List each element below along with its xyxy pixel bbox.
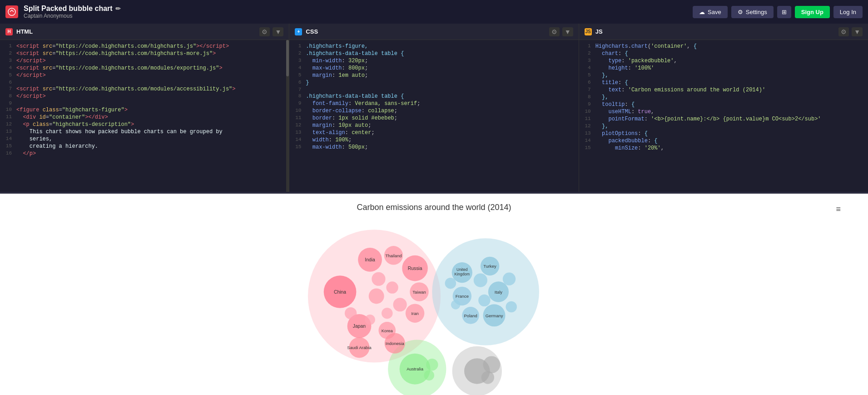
code-line: 15 max-width: 500px; — [289, 144, 578, 151]
code-line: 1.highcharts-figure, — [289, 43, 578, 50]
code-line: 7<script src="https://code.highcharts.co… — [0, 85, 289, 93]
russia-label: Russia — [407, 266, 422, 271]
indonesia-label: Indonesia — [385, 341, 404, 346]
code-line: 1<script src="https://code.highcharts.co… — [0, 43, 289, 50]
login-label: Log In — [840, 9, 856, 15]
code-line: 10<figure class="highcharts-figure"> — [0, 106, 289, 114]
code-line: 11 border: 1px solid #ebebeb; — [289, 115, 578, 122]
code-line: 2 chart: { — [579, 50, 868, 57]
gray-bubble-3 — [481, 371, 494, 384]
code-line: 12 }, — [579, 123, 868, 130]
gray-bubble-2 — [483, 356, 500, 373]
europe-group-bg — [432, 238, 539, 345]
small-blue-6 — [451, 300, 460, 310]
grid-button[interactable]: ⊞ — [777, 6, 791, 18]
code-line: 5</script> — [0, 72, 289, 79]
html-badge: H — [5, 28, 13, 35]
taiwan-label: Taiwan — [412, 290, 426, 295]
saudi-arabia-label: Saudi Arabia — [347, 345, 372, 350]
chart-menu-icon[interactable]: ≡ — [836, 205, 841, 214]
code-line: 2<script src="https://code.highcharts.co… — [0, 50, 289, 57]
code-line: 6} — [289, 79, 578, 86]
settings-button[interactable]: ⚙ Settings — [731, 6, 774, 18]
logo — [5, 5, 18, 18]
code-line: 13 text-align: center; — [289, 129, 578, 136]
small-blue-3 — [445, 278, 456, 289]
code-line: 13 plotOptions: { — [579, 130, 868, 137]
css-expand-icon[interactable]: ▼ — [562, 27, 573, 36]
iran-label: Iran — [411, 311, 418, 316]
js-editor-header: JS JS ⚙ ▼ — [579, 24, 868, 40]
code-line: 2.highcharts-data-table table { — [289, 50, 578, 57]
js-badge: JS — [585, 28, 592, 35]
right-buttons: ☁ Save ⚙ Settings ⊞ Sign Up Log In — [693, 6, 863, 18]
svg-point-0 — [8, 8, 15, 15]
uk-label2: Kingdom — [454, 272, 469, 276]
small-bubble-2 — [386, 281, 398, 293]
code-line: 14 packedbubble: { — [579, 137, 868, 145]
code-line: 10 border-collapse: collapse; — [289, 107, 578, 115]
japan-label: Japan — [352, 324, 365, 329]
js-editor: JS JS ⚙ ▼ 1Highcharts.chart('container',… — [579, 24, 868, 192]
js-settings-icon[interactable]: ⚙ — [838, 27, 849, 36]
preview-area: Carbon emissions around the world (2014)… — [0, 194, 868, 395]
pencil-icon[interactable]: ✏ — [115, 5, 121, 12]
html-editor-body[interactable]: 1<script src="https://code.highcharts.co… — [0, 40, 289, 192]
china-label: China — [334, 290, 346, 295]
poland-label: Poland — [464, 313, 477, 318]
signup-button[interactable]: Sign Up — [795, 6, 830, 18]
code-line: 4 height: '100%' — [579, 65, 868, 72]
code-line: 8 }, — [579, 94, 868, 101]
small-blue-5 — [506, 301, 517, 313]
uk-label: United — [456, 267, 468, 272]
code-line: 4<script src="https://code.highcharts.co… — [0, 65, 289, 72]
code-line: 9 — [0, 100, 289, 106]
code-line: 6 title: { — [579, 79, 868, 86]
css-editor-header: + CSS ⚙ ▼ — [289, 24, 578, 40]
code-line: 14 width: 100%; — [289, 136, 578, 144]
save-button[interactable]: ☁ Save — [693, 6, 728, 18]
html-editor-header: H HTML ⚙ ▼ — [0, 24, 289, 40]
preview-chart-title: Carbon emissions around the world (2014) — [357, 203, 511, 212]
title-area: Split Packed bubble chart ✏ Captain Anon… — [24, 5, 687, 19]
cloud-icon: ☁ — [699, 9, 705, 15]
grid-icon: ⊞ — [782, 9, 787, 15]
login-button[interactable]: Log In — [833, 6, 863, 18]
code-line: 5 margin: 1em auto; — [289, 72, 578, 79]
code-line: 16 </p> — [0, 150, 289, 157]
css-badge: + — [295, 28, 302, 35]
code-line: 12 margin: 10px auto; — [289, 122, 578, 129]
germany-label: Germany — [485, 313, 503, 318]
code-line: 7 text: 'Carbon emissions around the wor… — [579, 86, 868, 94]
small-bubble-1 — [372, 272, 385, 286]
small-green-1 — [426, 359, 438, 370]
css-editor-body[interactable]: 1.highcharts-figure, 2.highcharts-data-t… — [289, 40, 578, 192]
settings-label: Settings — [746, 9, 767, 15]
small-bubble-4 — [382, 308, 393, 319]
save-label: Save — [708, 9, 721, 15]
js-header-icons: ⚙ ▼ — [838, 27, 863, 36]
js-editor-body[interactable]: 1Highcharts.chart('container', { 2 chart… — [579, 40, 868, 192]
australia-label: Australia — [407, 366, 423, 371]
signup-label: Sign Up — [801, 9, 823, 15]
code-line: 3 type: 'packedbubble', — [579, 57, 868, 65]
small-blue-1 — [473, 273, 487, 287]
html-expand-icon[interactable]: ▼ — [273, 27, 283, 36]
code-line: 4 max-width: 800px; — [289, 65, 578, 72]
thailand-label: Thailand — [385, 253, 402, 258]
code-line: 10 useHTML: true, — [579, 108, 868, 115]
india-label: India — [365, 257, 375, 262]
js-expand-icon[interactable]: ▼ — [852, 27, 863, 36]
css-settings-icon[interactable]: ⚙ — [549, 27, 560, 36]
html-header-icons: ⚙ ▼ — [259, 27, 283, 36]
code-line: 6 — [0, 79, 289, 85]
turkey-label: Turkey — [483, 264, 496, 269]
small-bubble-5 — [344, 307, 356, 319]
css-editor: + CSS ⚙ ▼ 1.highcharts-figure, 2.highcha… — [289, 24, 579, 192]
editors-area: H HTML ⚙ ▼ 1<script src="https://code.hi… — [0, 24, 868, 192]
html-settings-icon[interactable]: ⚙ — [259, 27, 270, 36]
small-bubble-3 — [393, 298, 407, 311]
code-line: 12 <p class="highcharts-description"> — [0, 121, 289, 128]
italy-label: Italy — [494, 290, 502, 295]
html-editor: H HTML ⚙ ▼ 1<script src="https://code.hi… — [0, 24, 289, 192]
